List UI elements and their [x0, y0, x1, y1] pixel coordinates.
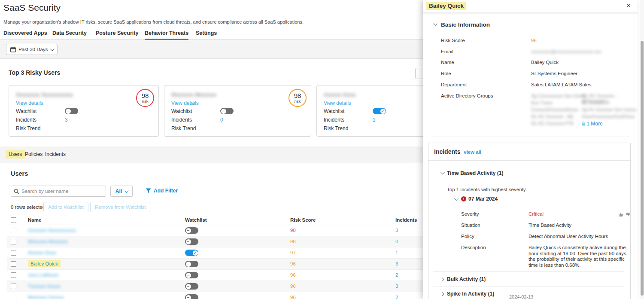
watchlist-toggle[interactable]: [185, 238, 198, 245]
time-range-dropdown[interactable]: Past 30 Days: [6, 44, 58, 55]
user-name-link[interactable]: Axxxxx Gxxx: [28, 250, 56, 255]
incidents-count-link[interactable]: 1: [373, 117, 376, 123]
incident-group-spike-activity[interactable]: Spike In Activity (1): [447, 291, 494, 297]
name-label: Name: [441, 60, 454, 65]
section-title: Top 3 Risky Users: [9, 69, 60, 76]
risk-score-cell: 96: [290, 295, 296, 299]
add-to-watchlist-button[interactable]: Add to Watchlist: [43, 202, 88, 212]
tab-behavior-threats[interactable]: Behavior Threats: [145, 30, 188, 40]
user-name-link[interactable]: Txxxxxx Sxxxx: [28, 284, 60, 289]
user-detail-panel: Bailey Quick × Basic Information Risk Sc…: [423, 0, 638, 299]
thumbs-up-icon[interactable]: [618, 212, 624, 217]
incidents-link[interactable]: 1: [395, 250, 398, 255]
page-scrollbar[interactable]: [640, 0, 644, 299]
ad-group-value: Sg Cxxxxxxxxx Sxx Uxxxx: [531, 93, 586, 98]
expand-chevron-icon[interactable]: [440, 278, 444, 282]
incidents-label: Incidents: [16, 117, 36, 123]
tab-posture-security[interactable]: Posture Security: [96, 30, 138, 40]
tab-incidents[interactable]: Incidents: [45, 151, 66, 157]
selection-count: 0 rows selected: [11, 204, 45, 210]
view-details-link[interactable]: View details: [171, 100, 199, 106]
watchlist-toggle[interactable]: [185, 250, 198, 256]
incidents-label: Incidents: [324, 117, 344, 123]
department-label: Department: [441, 82, 467, 87]
column-name[interactable]: Name: [28, 217, 41, 223]
user-name-link[interactable]: Jxxx LxMxxxx: [28, 272, 58, 278]
row-checkbox[interactable]: [11, 284, 16, 289]
department-value: Sales LATAM:LATAM Sales: [531, 82, 591, 87]
close-icon[interactable]: ×: [626, 1, 631, 10]
user-name-link[interactable]: Wxxxxxx Mxxxxxx: [28, 239, 68, 244]
incidents-link[interactable]: 2: [395, 295, 398, 299]
detail-panel-header: Bailey Quick ×: [423, 0, 638, 13]
incidents-link[interactable]: 0: [395, 239, 398, 244]
user-name-link[interactable]: Bailey Quick: [28, 260, 61, 267]
view-details-link[interactable]: View details: [16, 100, 43, 106]
row-checkbox[interactable]: [11, 295, 16, 299]
tab-data-security[interactable]: Data Security: [52, 30, 87, 40]
row-checkbox[interactable]: [11, 239, 16, 244]
collapse-chevron-icon[interactable]: [440, 170, 445, 174]
user-name-link[interactable]: Mxxxxxx Vxxxxx: [28, 295, 64, 299]
app-window: SaaS Security Manage your organization's…: [0, 0, 644, 299]
incident-group-bulk-activity[interactable]: Bulk Activity (1): [447, 276, 486, 282]
thumbs-down-icon[interactable]: [625, 212, 631, 217]
main-tab-bar: Discovered Apps Data Security Posture Se…: [0, 27, 423, 40]
risk-trend-label: Risk Trend: [324, 125, 348, 131]
incidents-count-link[interactable]: 3: [65, 117, 68, 123]
watchlist-toggle[interactable]: [185, 227, 198, 234]
user-name: Wxxxxxx Mxxxxxx: [171, 92, 216, 98]
watchlist-toggle[interactable]: [185, 272, 198, 278]
watchlist-toggle[interactable]: [185, 261, 198, 267]
incidents-link[interactable]: 3: [395, 228, 398, 233]
risk-score-value: 98: [142, 92, 149, 99]
tab-discovered-apps[interactable]: Discovered Apps: [3, 30, 47, 40]
incidents-link[interactable]: 3: [395, 284, 398, 289]
incidents-link[interactable]: 2: [395, 272, 398, 278]
tab-policies[interactable]: Policies: [25, 151, 43, 157]
incidents-link[interactable]: 3: [395, 261, 398, 266]
column-watchlist[interactable]: Watchlist: [185, 217, 207, 223]
scope-dropdown[interactable]: All: [110, 186, 133, 197]
user-name-link[interactable]: Gxxxxxx Sxxxxxxxxxx: [28, 228, 76, 233]
watchlist-toggle[interactable]: [65, 108, 78, 114]
ad-group-value: AL-Xxxt0G-2: [582, 100, 609, 105]
remove-from-watchlist-button[interactable]: Remove from Watchlist: [90, 202, 150, 212]
description-value: Bailey Quick is consistently active duri…: [529, 245, 631, 268]
ad-groups-more-link[interactable]: & 1 More: [582, 121, 603, 127]
situation-value: Time Based Activity: [529, 223, 631, 229]
risk-score-cell: 98: [290, 239, 296, 244]
critical-alert-icon: !: [461, 196, 466, 201]
watchlist-toggle[interactable]: [373, 108, 386, 114]
tab-settings[interactable]: Settings: [196, 30, 217, 40]
column-risk-score[interactable]: Risk Score: [290, 217, 316, 223]
collapse-chevron-icon[interactable]: [454, 196, 459, 201]
incidents-label: Incidents: [171, 117, 192, 123]
incident-date[interactable]: 07 Mar 2024: [468, 196, 498, 202]
watchlist-toggle[interactable]: [185, 283, 198, 290]
role-value: Sr Systems Engineer: [531, 71, 577, 76]
incidents-count-link[interactable]: 0: [220, 117, 223, 123]
select-all-checkbox[interactable]: [11, 217, 16, 223]
row-checkbox[interactable]: [11, 261, 16, 267]
collapse-chevron-icon[interactable]: [433, 21, 437, 26]
incident-group-time-based[interactable]: Time Based Activity (1): [447, 170, 503, 176]
basic-information-heading[interactable]: Basic Information: [441, 21, 490, 28]
risk-score-cell: 96: [290, 284, 296, 289]
row-checkbox[interactable]: [11, 272, 16, 278]
risk-score-cell: 98: [290, 228, 296, 233]
watchlist-toggle[interactable]: [185, 294, 198, 299]
view-all-incidents-link[interactable]: view all: [464, 150, 481, 155]
scrollbar-thumb[interactable]: [641, 41, 644, 296]
divider: [433, 287, 624, 287]
view-details-link[interactable]: View details: [324, 100, 351, 106]
search-input[interactable]: [21, 189, 99, 194]
risk-trend-label: Risk Trend: [171, 125, 196, 131]
tab-users[interactable]: Users: [6, 150, 25, 159]
expand-chevron-icon[interactable]: [440, 292, 444, 296]
column-incidents[interactable]: Incidents: [395, 217, 417, 223]
row-checkbox[interactable]: [11, 228, 16, 233]
row-checkbox[interactable]: [11, 250, 16, 256]
add-filter-button[interactable]: Add Filter: [146, 188, 178, 194]
watchlist-toggle[interactable]: [220, 108, 234, 114]
